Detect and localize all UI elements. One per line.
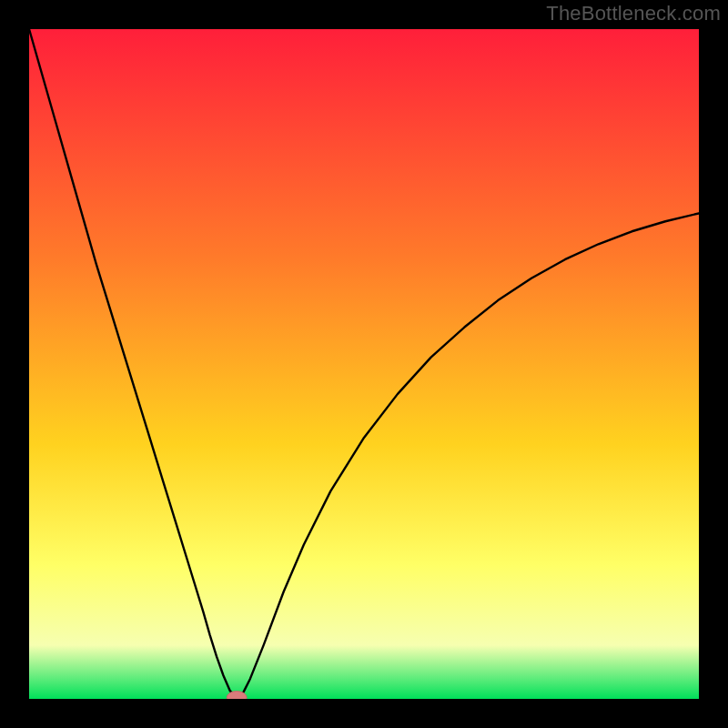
- gradient-background: [29, 29, 699, 699]
- chart-frame: TheBottleneck.com: [0, 0, 728, 728]
- watermark-text: TheBottleneck.com: [546, 2, 721, 25]
- bottleneck-chart: [29, 29, 699, 699]
